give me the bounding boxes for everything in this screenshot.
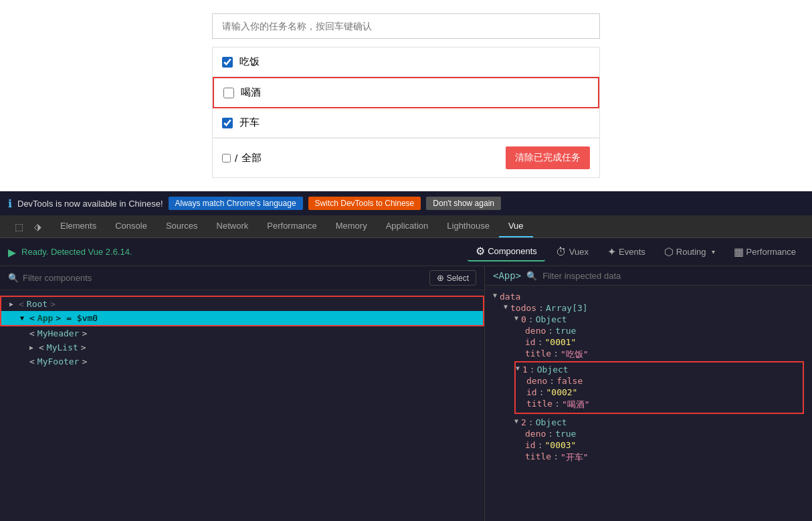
todo-label-2: 开车 <box>239 116 260 129</box>
tab-elements[interactable]: Elements <box>51 215 106 237</box>
todos-arrow[interactable] <box>504 303 508 310</box>
inspected-component-name: <App> <box>493 270 521 281</box>
todo-checkbox-0[interactable] <box>222 57 233 68</box>
performance-icon: ▦ <box>734 245 744 258</box>
tab-lighthouse[interactable]: Lighthouse <box>437 215 499 237</box>
tab-memory[interactable]: Memory <box>326 215 377 237</box>
device-icon-button[interactable]: ⬗ <box>30 219 45 235</box>
events-icon: ✦ <box>607 245 616 258</box>
todo-label-1: 喝酒 <box>241 86 261 99</box>
devtools-banner: ℹ DevTools is now available in Chinese! … <box>0 191 812 215</box>
item0-title: title : "吃饭" <box>493 348 804 361</box>
vue-nav-performance-label: Performance <box>746 247 796 257</box>
vuex-icon: ⏱ <box>556 246 567 258</box>
footer-all-label: 全部 <box>241 152 262 165</box>
item1-id: id : "0002" <box>516 387 803 398</box>
vue-nav-vuex-label: Vuex <box>569 247 589 257</box>
data-root-line: data <box>493 291 804 302</box>
item0-arrow[interactable] <box>514 314 518 322</box>
vue-panel: ▶ Ready. Detected Vue 2.6.14. ⚙ Componen… <box>0 238 812 521</box>
todo-checkbox-2[interactable] <box>222 118 233 128</box>
item1-arrow[interactable] <box>516 364 520 372</box>
inspect-icon-button[interactable]: ⬚ <box>11 219 27 235</box>
tab-performance[interactable]: Performance <box>258 215 326 237</box>
switch-devtools-chinese-button[interactable]: Switch DevTools to Chinese <box>308 197 421 210</box>
vue-ready-text: Ready. Detected Vue 2.6.14. <box>21 247 132 257</box>
root-highlight-container: <Root> <App> = $vm0 <box>0 296 484 326</box>
tree-item-mylist[interactable]: <MyList> <box>0 340 484 354</box>
tab-network[interactable]: Network <box>207 215 258 237</box>
footer-slash: / <box>235 152 237 164</box>
vue-nav-vuex[interactable]: ⏱ Vuex <box>548 243 597 261</box>
dont-show-again-button[interactable]: Don't show again <box>426 197 501 210</box>
item2-line: 2 : Object <box>493 417 804 428</box>
vue-nav-events[interactable]: ✦ Events <box>599 243 653 261</box>
search-icon: 🔍 <box>8 273 19 283</box>
info-icon: ℹ <box>8 197 12 210</box>
todo-list: 吃饭 喝酒 开车 <box>212 47 600 138</box>
tab-sources[interactable]: Sources <box>157 215 207 237</box>
component-tree-panel: 🔍 ⊕ Select <Root> <App> <box>0 266 485 521</box>
app-area: 吃饭 喝酒 开车 / 全部 清除已完成任务 <box>0 0 812 191</box>
vue-nav-components[interactable]: ⚙ Components <box>468 242 545 262</box>
task-input-wrapper <box>212 13 600 39</box>
item1-line: 1 : Object <box>516 364 803 375</box>
devtools-tab-bar: ⬚ ⬗ Elements Console Sources Network Per… <box>0 215 812 238</box>
item0-deno: deno : true <box>493 325 804 336</box>
routing-dropdown-icon: ▾ <box>712 248 715 255</box>
todo-label-0: 吃饭 <box>239 56 260 68</box>
item0-line: 0 : Object <box>493 314 804 325</box>
vue-content: 🔍 ⊕ Select <Root> <App> <box>0 266 812 521</box>
vue-nav-performance[interactable]: ▦ Performance <box>726 243 804 261</box>
data-inspector-panel: <App> 🔍 data todos : Array[3] <box>485 266 812 521</box>
tree-item-myfooter[interactable]: <MyFooter> <box>0 354 484 369</box>
cursor-icon: ⊕ <box>437 273 444 283</box>
item1-title: title : "喝酒" <box>516 398 803 411</box>
component-tree: <Root> <App> = $vm0 <MyHeader> <MyList> <box>0 290 484 374</box>
vue-nav-components-label: Components <box>488 246 537 256</box>
select-label: Select <box>447 274 469 283</box>
right-panel-toolbar: <App> 🔍 <box>485 266 812 286</box>
routing-icon: ⬡ <box>664 245 674 258</box>
filter-icon: 🔍 <box>526 271 537 281</box>
todo-item-0: 吃饭 <box>213 47 599 77</box>
tab-vue[interactable]: Vue <box>499 215 533 237</box>
vue-logo: ▶ <box>8 244 16 260</box>
mylist-arrow[interactable] <box>29 344 33 351</box>
todo-footer: / 全部 清除已完成任务 <box>212 138 600 178</box>
filter-components-input[interactable] <box>23 273 429 283</box>
tree-item-app[interactable]: <App> = $vm0 <box>1 311 483 325</box>
tree-item-root[interactable]: <Root> <box>1 297 483 311</box>
todo-footer-left: / 全部 <box>222 152 262 165</box>
root-arrow[interactable] <box>9 300 13 308</box>
always-match-language-button[interactable]: Always match Chrome's language <box>169 197 303 210</box>
select-button[interactable]: ⊕ Select <box>429 270 476 286</box>
banner-info-text: DevTools is now available in Chinese! <box>17 199 163 209</box>
item1-highlight-box: 1 : Object deno : false id : "0002" <box>514 361 804 414</box>
item1-deno: deno : false <box>516 375 803 387</box>
item2-title: title : "开车" <box>493 451 804 464</box>
select-all-checkbox[interactable] <box>222 154 231 163</box>
vue-toolbar: ▶ Ready. Detected Vue 2.6.14. ⚙ Componen… <box>0 238 812 266</box>
vue-nav-routing-label: Routing <box>676 247 706 257</box>
clear-completed-button[interactable]: 清除已完成任务 <box>506 146 590 169</box>
item0-id: id : "0001" <box>493 336 804 348</box>
filter-data-input[interactable] <box>542 271 804 281</box>
components-icon: ⚙ <box>476 245 485 257</box>
task-input[interactable] <box>212 13 600 39</box>
left-panel-toolbar: 🔍 ⊕ Select <box>0 266 484 290</box>
app-arrow[interactable] <box>20 314 24 322</box>
item2-id: id : "0003" <box>493 439 804 451</box>
vue-nav-routing[interactable]: ⬡ Routing ▾ <box>656 243 723 261</box>
todo-item-1: 喝酒 <box>213 77 599 108</box>
tab-application[interactable]: Application <box>377 215 438 237</box>
todos-line: todos : Array[3] <box>493 302 804 314</box>
todo-checkbox-1[interactable] <box>223 88 234 98</box>
data-arrow[interactable] <box>493 292 497 299</box>
item2-arrow[interactable] <box>514 417 518 425</box>
data-tree: data todos : Array[3] 0 : Object den <box>485 286 812 470</box>
tree-item-myheader[interactable]: <MyHeader> <box>0 326 484 340</box>
tab-console[interactable]: Console <box>106 215 157 237</box>
devtools-tab-icons: ⬚ ⬗ <box>5 219 51 235</box>
item2-deno: deno : true <box>493 428 804 439</box>
